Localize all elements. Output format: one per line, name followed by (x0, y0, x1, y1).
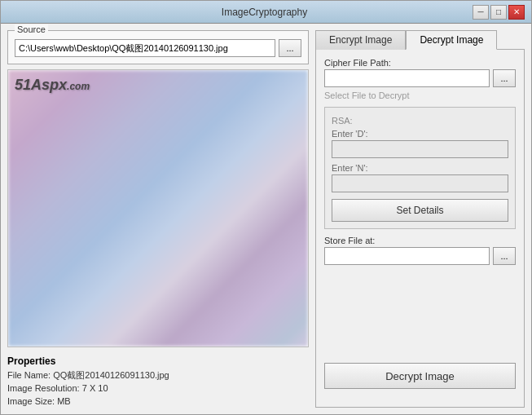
store-input[interactable] (324, 247, 490, 265)
enter-d-input[interactable] (332, 140, 508, 158)
enter-d-section: Enter 'D': (332, 129, 508, 158)
tab-encrypt[interactable]: Encrypt Image (315, 30, 406, 50)
source-browse-button[interactable]: ... (279, 39, 301, 57)
enter-n-label: Enter 'N': (332, 163, 508, 173)
decrypt-tab-content: Cipher File Path: ... Select File to Dec… (315, 50, 525, 408)
left-panel: Source ... 51Aspx.com Properties File (7, 30, 309, 408)
watermark-domain: .com (67, 81, 90, 92)
image-placeholder: 51Aspx.com (8, 70, 308, 347)
enter-n-input[interactable] (332, 174, 508, 192)
window-body: Source ... 51Aspx.com Properties File (1, 24, 531, 414)
title-bar: ImageCryptography ─ □ ✕ (1, 1, 531, 24)
bottom-spacer (324, 395, 516, 399)
store-section: Store File at: ... (324, 236, 516, 265)
rsa-group: RSA: Enter 'D': Enter 'N': Set Details (324, 107, 516, 229)
store-browse-button[interactable]: ... (493, 247, 516, 265)
minimize-button[interactable]: ─ (473, 5, 489, 20)
decrypt-action-section: Decrypt Image (324, 363, 516, 389)
right-panel: Encrypt Image Decrypt Image Cipher File … (315, 30, 525, 408)
main-window: ImageCryptography ─ □ ✕ Source ... (0, 0, 532, 415)
enter-d-label: Enter 'D': (332, 129, 508, 139)
rsa-label: RSA: (332, 116, 508, 126)
image-background (8, 70, 308, 347)
cipher-path-row: ... (324, 69, 516, 87)
source-group-label: Source (15, 24, 48, 34)
cipher-path-label: Cipher File Path: (324, 58, 516, 68)
file-name-prop: File Name: QQ截图20140126091130.jpg (7, 369, 309, 382)
set-details-section: Set Details (332, 199, 508, 222)
source-group: Source ... (7, 30, 309, 64)
store-row: ... (324, 247, 516, 265)
resolution-prop: Image Resolution: 7 X 10 (7, 382, 309, 395)
cipher-browse-button[interactable]: ... (493, 69, 516, 87)
properties-section: Properties File Name: QQ截图20140126091130… (7, 352, 309, 408)
source-row: ... (15, 39, 301, 57)
select-file-hint: Select File to Decrypt (324, 91, 516, 100)
source-input[interactable] (15, 39, 275, 57)
store-label: Store File at: (324, 236, 516, 245)
enter-n-section: Enter 'N': (332, 163, 508, 192)
properties-label: Properties (7, 355, 309, 367)
watermark-text: 51Aspx (15, 77, 67, 93)
tab-decrypt[interactable]: Decrypt Image (406, 30, 497, 50)
window-controls: ─ □ ✕ (473, 5, 525, 20)
maximize-button[interactable]: □ (490, 5, 507, 20)
cipher-path-input[interactable] (324, 69, 490, 87)
window-title: ImageCryptography (56, 7, 473, 18)
image-display-area: 51Aspx.com (7, 69, 309, 347)
size-prop: Image Size: MB (7, 395, 309, 408)
watermark: 51Aspx.com (15, 77, 90, 94)
decrypt-image-button[interactable]: Decrypt Image (324, 363, 516, 389)
close-button[interactable]: ✕ (508, 5, 525, 20)
set-details-button[interactable]: Set Details (332, 199, 508, 222)
tab-bar: Encrypt Image Decrypt Image (315, 30, 525, 50)
cipher-path-section: Cipher File Path: ... Select File to Dec… (324, 58, 516, 100)
